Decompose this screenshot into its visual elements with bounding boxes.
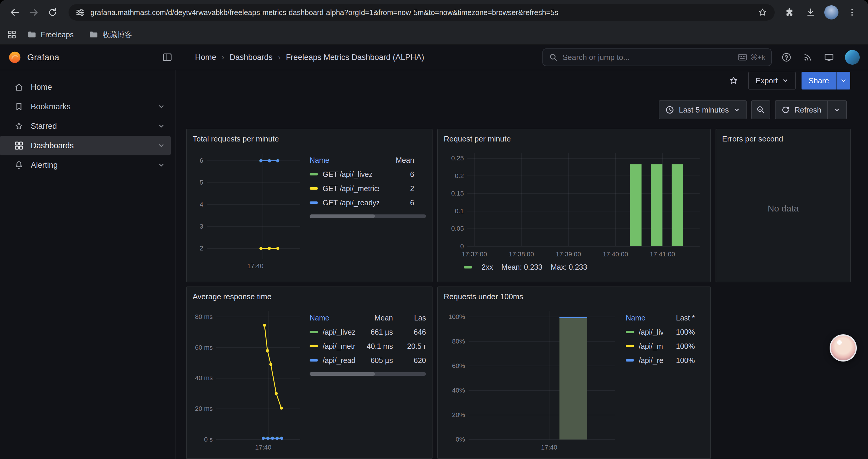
sidebar-item-starred[interactable]: Starred: [0, 117, 171, 136]
svg-text:0 s: 0 s: [204, 436, 213, 443]
svg-text:17:40:00: 17:40:00: [603, 251, 628, 258]
site-info-icon[interactable]: [75, 8, 85, 17]
bookmark-star-icon[interactable]: [757, 7, 768, 18]
user-avatar[interactable]: [845, 50, 860, 65]
series-name[interactable]: /api/_livez: [322, 328, 355, 336]
share-button[interactable]: Share: [802, 72, 850, 90]
sidebar-item-label: Home: [31, 83, 52, 92]
url-bar[interactable]: grafana.mathmast.com/d/deytv4rwavabkb/fr…: [68, 4, 775, 21]
share-menu-button[interactable]: [836, 72, 850, 90]
divider: [827, 101, 828, 119]
grafana-logo[interactable]: [8, 51, 21, 64]
breadcrumb-current: Freeleaps Metrics Dashboard (ALPHA): [286, 53, 424, 62]
browser-profile-avatar[interactable]: [824, 5, 838, 20]
series-swatch: [310, 173, 318, 175]
chevron-down-icon[interactable]: [158, 123, 165, 130]
svg-text:2: 2: [200, 244, 203, 252]
legend-column-name[interactable]: Name: [310, 314, 355, 322]
chevron-down-icon[interactable]: [158, 162, 165, 169]
news-button[interactable]: [799, 48, 816, 66]
series-name[interactable]: GET /api/_readyz: [322, 198, 379, 207]
forward-icon: [28, 7, 39, 18]
back-button[interactable]: [6, 4, 24, 21]
panel-title[interactable]: Average response time: [193, 291, 426, 302]
series-name[interactable]: GET /api/_livez: [322, 170, 379, 179]
sidebar-item-home[interactable]: Home: [0, 77, 171, 97]
brand-title: Grafana: [27, 52, 59, 62]
series-name[interactable]: /api/_metrics: [322, 342, 355, 351]
legend-row: /api/_metrics 40.1 ms 20.5 r: [310, 339, 426, 353]
legend-column-mean[interactable]: Mean: [355, 314, 393, 322]
series-mean: 6: [379, 198, 414, 207]
svg-text:0.25: 0.25: [451, 155, 464, 162]
svg-text:20 ms: 20 ms: [195, 405, 213, 412]
search-input[interactable]: Search or jump to... ⌘+k: [542, 48, 772, 66]
dock-menu-button[interactable]: [158, 48, 176, 66]
panel-title[interactable]: Total requests per minute: [193, 133, 426, 145]
refresh-button[interactable]: Refresh: [775, 100, 847, 119]
refresh-label: Refresh: [795, 105, 821, 114]
star-icon: [14, 121, 24, 131]
series-name[interactable]: /api/_metrics: [639, 342, 663, 351]
svg-text:20%: 20%: [452, 411, 465, 419]
reload-button[interactable]: [44, 4, 61, 21]
dashboard-main: Export Share Last 5 minutes: [176, 70, 868, 459]
zoom-out-button[interactable]: [751, 100, 770, 119]
series-name[interactable]: GET /api/_metrics: [322, 184, 379, 193]
series-name[interactable]: 2xx: [482, 263, 493, 271]
legend-row: /api/_readyz 605 µs 620: [310, 353, 426, 367]
apps-grid-button[interactable]: [7, 30, 17, 39]
series-name[interactable]: /api/_readyz: [639, 356, 663, 365]
help-button[interactable]: [778, 48, 795, 66]
panel-title[interactable]: Request per minute: [444, 133, 704, 145]
legend-column-last[interactable]: Las: [393, 314, 426, 322]
scrollbar-thumb[interactable]: [310, 372, 375, 376]
svg-text:0.05: 0.05: [451, 225, 464, 232]
legend-row: GET /api/_readyz 6: [310, 196, 426, 210]
svg-text:80%: 80%: [452, 338, 465, 345]
legend-inline: 2xx Mean: 0.233 Max: 0.233: [444, 263, 704, 271]
refresh-interval-menu[interactable]: [834, 107, 840, 113]
breadcrumb-dashboards[interactable]: Dashboards: [229, 53, 273, 62]
bookmark-item-blog[interactable]: 收藏博客: [84, 28, 137, 42]
bookmarks-bar: Freeleaps 收藏博客: [0, 25, 868, 45]
legend-scrollbar[interactable]: [310, 372, 426, 376]
search-icon: [549, 53, 558, 62]
search-shortcut-label: ⌘+k: [750, 53, 765, 61]
svg-text:17:40: 17:40: [255, 444, 272, 451]
extensions-button[interactable]: [782, 5, 797, 20]
series-name[interactable]: /api/_readyz: [322, 356, 355, 365]
sidebar-item-dashboards[interactable]: Dashboards: [0, 136, 171, 155]
favorite-dashboard-button[interactable]: [725, 72, 742, 90]
legend-column-last[interactable]: Last *: [663, 314, 695, 322]
breadcrumb-home[interactable]: Home: [195, 53, 216, 62]
grafana-app: Grafana Home › Dashboards › Freeleaps Me…: [0, 45, 868, 459]
time-range-picker[interactable]: Last 5 minutes: [659, 100, 747, 119]
sidebar-item-bookmarks[interactable]: Bookmarks: [0, 97, 171, 117]
export-button[interactable]: Export: [748, 72, 795, 90]
legend-column-name[interactable]: Name: [626, 314, 663, 322]
svg-text:5: 5: [200, 179, 203, 186]
bookmark-item-freeleaps[interactable]: Freeleaps: [23, 28, 78, 42]
legend-column-mean[interactable]: Mean: [379, 156, 414, 165]
forward-button[interactable]: [25, 4, 42, 21]
scrollbar-thumb[interactable]: [310, 215, 375, 218]
chevron-down-icon[interactable]: [158, 142, 165, 149]
browser-menu-button[interactable]: [844, 5, 860, 20]
sidebar-item-alerting[interactable]: Alerting: [0, 155, 171, 175]
series-name[interactable]: /api/_livez: [639, 328, 663, 336]
sidebar: Home Bookmarks Starred Dashboards: [0, 70, 176, 459]
svg-text:100%: 100%: [448, 313, 465, 321]
series-swatch: [310, 187, 318, 190]
assistant-avatar[interactable]: [830, 334, 857, 362]
series-swatch: [464, 266, 472, 268]
panel-title[interactable]: Requests under 100ms: [444, 291, 704, 302]
bar-chart-request-per-minute: 00.050.10.150.20.2517:37:0017:38:0017:39…: [444, 146, 706, 259]
kiosk-button[interactable]: [820, 48, 838, 66]
downloads-button[interactable]: [803, 5, 818, 20]
legend-scrollbar[interactable]: [310, 215, 426, 218]
chevron-down-icon[interactable]: [158, 103, 165, 110]
panel-title[interactable]: Errors per second: [722, 133, 844, 145]
legend-column-name[interactable]: Name: [310, 156, 379, 165]
browser-window: grafana.mathmast.com/d/deytv4rwavabkb/fr…: [0, 0, 868, 459]
